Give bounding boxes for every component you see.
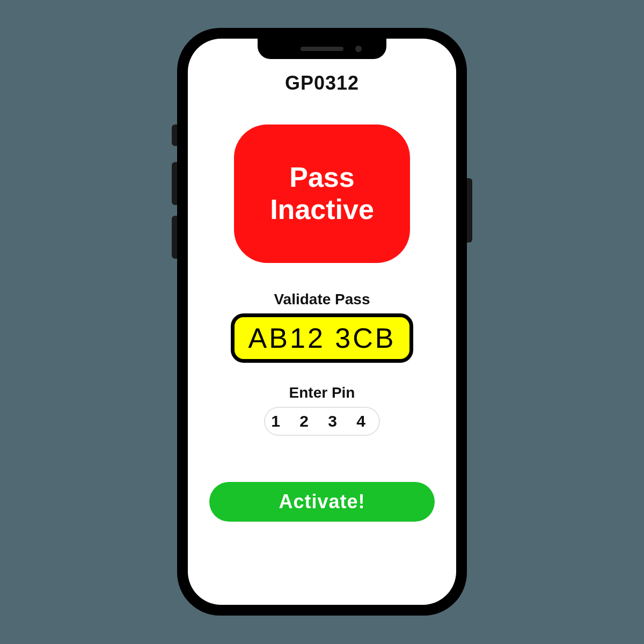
volume-down-button bbox=[172, 216, 177, 259]
volume-up-button bbox=[172, 162, 177, 205]
activate-button[interactable]: Activate! bbox=[209, 482, 435, 522]
mute-switch bbox=[172, 125, 177, 146]
pin-input[interactable]: 1 2 3 4 bbox=[264, 407, 380, 436]
front-camera-icon bbox=[355, 46, 362, 52]
speaker-icon bbox=[301, 47, 343, 51]
phone-frame: GP0312 Pass Inactive Validate Pass AB12 … bbox=[177, 28, 467, 616]
notch bbox=[258, 39, 386, 59]
phone-screen: GP0312 Pass Inactive Validate Pass AB12 … bbox=[188, 39, 456, 605]
pass-code-title: GP0312 bbox=[285, 72, 359, 94]
validate-pass-label: Validate Pass bbox=[274, 291, 370, 308]
license-plate-field[interactable]: AB12 3CB bbox=[231, 313, 413, 363]
enter-pin-label: Enter Pin bbox=[289, 384, 355, 401]
pass-status-card: Pass Inactive bbox=[234, 125, 410, 263]
pass-status-text: Pass Inactive bbox=[270, 162, 374, 226]
power-button bbox=[467, 178, 472, 243]
